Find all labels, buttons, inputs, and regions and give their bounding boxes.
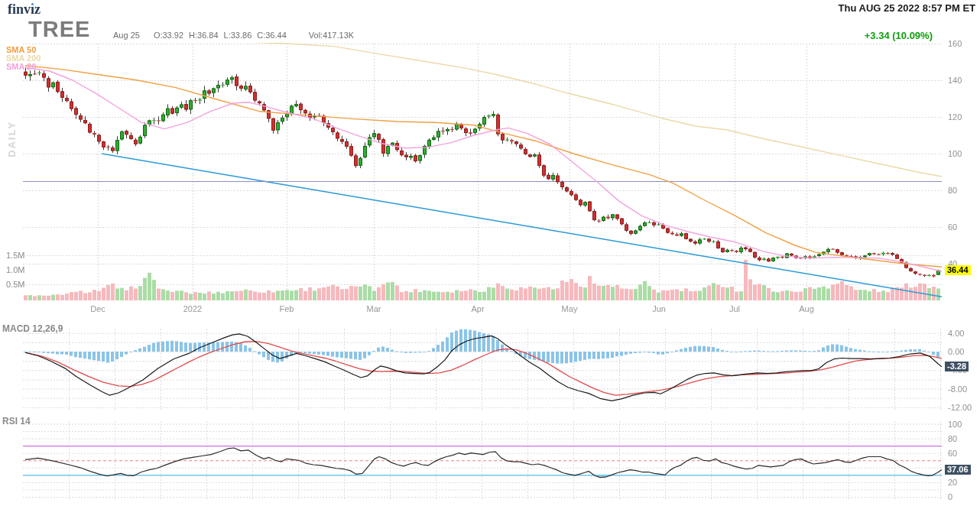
last-price-badge: 36.44 xyxy=(945,265,971,275)
price-axis-tick: 80 xyxy=(948,186,957,195)
macd-axis-tick: -12.00 xyxy=(948,403,972,412)
volume-axis-tick: 1.5M xyxy=(6,251,24,260)
finviz-chart-page: finvız TREE Aug 25 O:33.92 H:36.84 L:33.… xyxy=(0,0,980,506)
sma-legend: SMA 50SMA 200SMA 20 xyxy=(6,46,41,71)
month-axis-label: 2022 xyxy=(176,304,209,313)
month-axis-label: Mar xyxy=(357,304,391,313)
volume-axis-tick: 1.0M xyxy=(6,265,24,274)
month-axis-label: Jun xyxy=(642,304,676,313)
month-axis-label: May xyxy=(553,304,586,313)
logo-text-end: z xyxy=(34,2,41,17)
ohlc-strip: Aug 25 O:33.92 H:36.84 L:33.86 C:36.44 V… xyxy=(113,31,354,40)
ohlc-open: O:33.92 xyxy=(154,31,183,40)
sma-legend-item: SMA 20 xyxy=(6,63,41,71)
timeframe-watermark: DAILY xyxy=(6,121,18,157)
logo-blue-dot-icon xyxy=(31,3,34,5)
price-axis-tick: 60 xyxy=(948,222,957,232)
finviz-logo[interactable]: finvız xyxy=(8,2,41,18)
ticker-symbol: TREE xyxy=(28,17,90,42)
ohlc-close: C:36.44 xyxy=(257,31,287,40)
macd-pane-label: MACD 12,26,9 xyxy=(2,323,63,334)
month-axis-label: Feb xyxy=(270,304,303,313)
rsi-value-badge: 37.06 xyxy=(945,465,971,475)
rsi-axis-tick: 100 xyxy=(948,420,962,429)
price-axis-tick: 120 xyxy=(948,112,962,122)
price-axis-tick: 100 xyxy=(948,149,962,158)
macd-axis-tick: 4.00 xyxy=(948,329,964,338)
rsi-pane-label: RSI 14 xyxy=(2,416,31,427)
month-axis-label: Apr xyxy=(461,304,495,313)
month-axis-label: Jul xyxy=(718,304,751,313)
volume-axis-tick: 0.5M xyxy=(6,280,24,289)
month-axis-label: Dec xyxy=(81,304,115,313)
price-change-badge: +3.34 (10.09%) xyxy=(865,30,933,41)
timestamp: Thu AUG 25 2022 8:57 PM ET xyxy=(839,2,975,14)
price-axis-tick: 160 xyxy=(948,39,962,48)
month-axis-label: Aug xyxy=(790,304,823,313)
rsi-axis-tick: 20 xyxy=(948,478,957,487)
price-axis-tick: 140 xyxy=(948,76,962,85)
rsi-axis-tick: 60 xyxy=(948,449,957,458)
macd-axis-tick: -8.00 xyxy=(948,384,967,394)
price-macd-rsi-chart-canvas xyxy=(0,0,980,506)
ohlc-high: H:36.84 xyxy=(189,31,219,40)
rsi-axis-tick: 80 xyxy=(948,434,957,443)
logo-dotted-i: ı xyxy=(31,2,34,17)
macd-value-badge: -3.28 xyxy=(945,362,969,371)
ohlc-date: Aug 25 xyxy=(113,31,140,40)
logo-text: finv xyxy=(8,2,31,17)
macd-axis-tick: 0.00 xyxy=(948,347,964,356)
ohlc-volume: Vol:417.13K xyxy=(309,31,354,40)
ohlc-low: L:33.86 xyxy=(224,31,252,40)
rsi-axis-tick: 0 xyxy=(948,492,952,501)
